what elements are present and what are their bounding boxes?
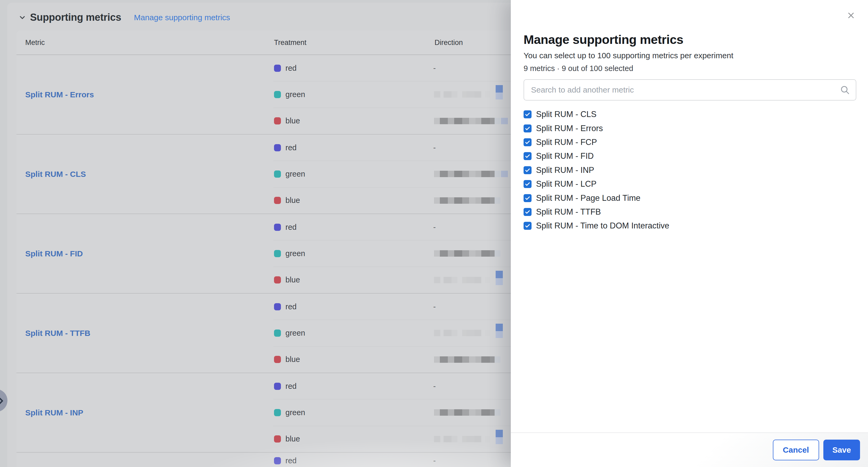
metric-checkbox-item[interactable]: Split RUM - FCP: [524, 135, 856, 149]
metric-item-label: Split RUM - FCP: [536, 138, 597, 147]
metric-item-label: Split RUM - FID: [536, 151, 594, 161]
chevron-down-icon[interactable]: [18, 13, 26, 22]
metric-checkbox-item[interactable]: Split RUM - Page Load Time: [524, 191, 856, 205]
metric-checkbox-item[interactable]: Split RUM - Time to DOM Interactive: [524, 219, 856, 233]
treatment-label: red: [285, 223, 297, 232]
direction-dash: -: [433, 382, 436, 390]
checkbox-checked-icon[interactable]: [524, 110, 531, 118]
redacted-value: [434, 409, 500, 416]
metric-cell: [17, 453, 273, 467]
treatment-label: red: [285, 456, 297, 465]
metric-checkbox-item[interactable]: Split RUM - TTFB: [524, 205, 856, 219]
collapsed-widget-button[interactable]: [0, 389, 7, 412]
checkbox-checked-icon[interactable]: [524, 208, 531, 216]
direction-cell: [430, 434, 503, 444]
manage-supporting-metrics-link[interactable]: Manage supporting metrics: [134, 13, 230, 22]
close-button[interactable]: [846, 10, 856, 21]
treatment-swatch: [274, 171, 281, 178]
checkbox-checked-icon[interactable]: [524, 222, 531, 230]
direction-dash: -: [433, 64, 436, 72]
checkbox-checked-icon[interactable]: [524, 180, 531, 188]
cancel-button[interactable]: Cancel: [773, 440, 819, 460]
treatment-swatch: [274, 65, 281, 72]
blue-change-chip: [496, 271, 503, 285]
treatment-swatch: [274, 91, 281, 98]
direction-dash: -: [433, 303, 436, 311]
treatment-swatch: [274, 329, 281, 337]
treatment-label: green: [285, 90, 305, 99]
treatment-label: green: [285, 408, 305, 417]
metric-link[interactable]: Split RUM - INP: [25, 408, 83, 417]
treatment-label: red: [285, 64, 297, 72]
section-title: Supporting metrics: [30, 12, 121, 23]
treatment-swatch: [274, 435, 281, 442]
metric-cell: Split RUM - FID: [17, 214, 273, 293]
metric-cell: Split RUM - CLS: [17, 135, 273, 213]
treatment-label: red: [285, 302, 297, 311]
column-header-direction: Direction: [435, 38, 463, 47]
direction-cell: -: [430, 144, 436, 152]
treatment-label: red: [285, 382, 297, 391]
direction-cell: [430, 89, 503, 99]
metric-link[interactable]: Split RUM - TTFB: [25, 329, 90, 338]
treatment-label: blue: [285, 435, 300, 443]
redacted-value: [434, 356, 500, 363]
treatment-swatch: [274, 224, 281, 231]
metric-checkbox-item[interactable]: Split RUM - LCP: [524, 177, 856, 191]
metric-item-label: Split RUM - LCP: [536, 179, 596, 189]
metric-item-label: Split RUM - Page Load Time: [536, 193, 641, 203]
checkbox-checked-icon[interactable]: [524, 152, 531, 160]
column-header-metric: Metric: [25, 38, 45, 47]
direction-cell: [430, 171, 508, 177]
checkbox-checked-icon[interactable]: [524, 194, 531, 202]
treatment-label: blue: [285, 116, 300, 125]
panel-footer: Cancel Save: [511, 432, 868, 467]
metric-item-label: Split RUM - CLS: [536, 110, 596, 119]
treatment-swatch: [274, 117, 281, 124]
metric-link[interactable]: Split RUM - CLS: [25, 170, 86, 179]
metric-checkbox-item[interactable]: Split RUM - INP: [524, 163, 856, 177]
metric-item-label: Split RUM - Time to DOM Interactive: [536, 221, 669, 231]
direction-dash: -: [433, 457, 436, 465]
direction-cell: -: [430, 382, 436, 390]
treatment-swatch: [274, 457, 281, 464]
treatment-label: green: [285, 329, 305, 338]
treatment-label: green: [285, 249, 305, 258]
treatment-swatch: [274, 383, 281, 390]
treatment-label: green: [285, 170, 305, 178]
panel-subtitle: You can select up to 100 supporting metr…: [524, 51, 856, 60]
save-button[interactable]: Save: [823, 440, 860, 460]
blue-change-chip: [496, 85, 503, 99]
redacted-value: [434, 197, 500, 204]
checkbox-checked-icon[interactable]: [524, 166, 531, 174]
redacted-value: [434, 171, 508, 177]
redacted-value: [434, 436, 490, 442]
checkbox-checked-icon[interactable]: [524, 124, 531, 133]
treatment-swatch: [274, 276, 281, 284]
pale-change-chip: [501, 118, 508, 124]
metric-item-label: Split RUM - Errors: [536, 124, 603, 133]
metric-checkbox-item[interactable]: Split RUM - Errors: [524, 121, 856, 135]
treatment-swatch: [274, 303, 281, 310]
treatment-swatch: [274, 197, 281, 204]
redacted-value: [434, 330, 490, 336]
metric-link[interactable]: Split RUM - Errors: [25, 90, 94, 99]
treatment-swatch: [274, 409, 281, 416]
direction-cell: -: [430, 64, 436, 72]
search-input[interactable]: [524, 79, 856, 100]
chevron-right-icon: [0, 396, 5, 405]
metric-link[interactable]: Split RUM - FID: [25, 249, 83, 258]
direction-cell: [430, 250, 500, 257]
metric-cell: Split RUM - TTFB: [17, 294, 273, 373]
search-wrap: [524, 79, 856, 100]
metric-checkbox-item[interactable]: Split RUM - CLS: [524, 108, 856, 121]
metric-cell: Split RUM - Errors: [17, 55, 273, 134]
direction-dash: -: [433, 224, 436, 231]
selected-count-text: 9 metrics · 9 out of 100 selected: [524, 64, 856, 73]
treatment-label: red: [285, 143, 297, 152]
checkbox-checked-icon[interactable]: [524, 138, 531, 146]
metric-item-label: Split RUM - INP: [536, 166, 594, 175]
blue-change-chip: [496, 430, 503, 444]
metric-checkbox-item[interactable]: Split RUM - FID: [524, 149, 856, 163]
blue-change-chip: [496, 324, 503, 338]
